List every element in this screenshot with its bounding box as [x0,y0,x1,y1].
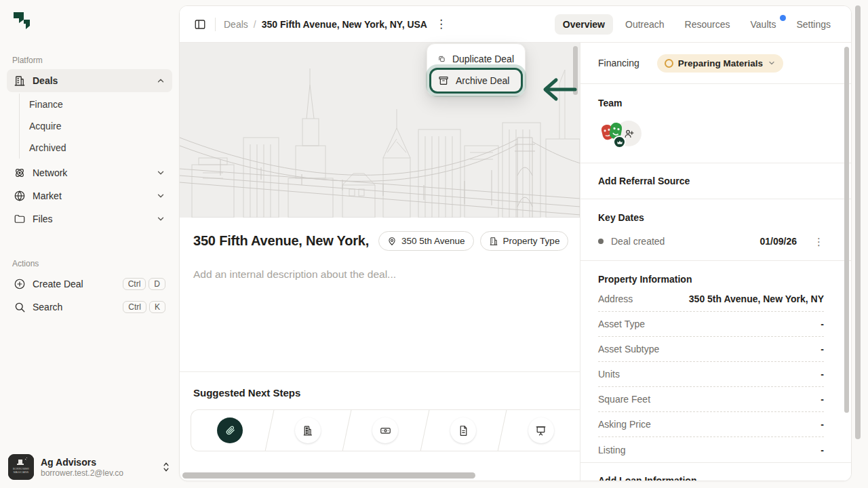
create-deal-label: Create Deal [33,279,116,289]
window-scrollbar[interactable] [855,5,861,439]
kbd-ctrl: Ctrl [123,301,146,313]
owner-crown-badge [613,136,626,148]
deal-context-menu: Duplicate Deal Archive Deal [427,43,526,96]
actions-section-label: Actions [7,255,172,272]
deal-menu-button[interactable]: ⋮ [435,18,447,30]
plus-circle-icon [14,278,26,290]
sidebar-item-label: Market [33,190,149,201]
archive-icon [438,75,449,86]
next-step-property[interactable] [269,410,347,451]
menu-item-duplicate-deal[interactable]: Duplicate Deal [431,48,521,70]
platform-section-label: Platform [7,52,172,69]
key-date-value: 01/09/26 [760,236,797,247]
sidebar-item-label: Deals [33,75,149,86]
key-dates-heading: Key Dates [598,212,824,223]
search-button[interactable]: Search Ctrl K [7,296,172,319]
next-step-financials[interactable] [347,410,425,451]
property-row-square-feet[interactable]: Square Feet - [598,387,824,412]
property-row-address[interactable]: Address 350 5th Avenue, New York, NY [598,287,824,312]
network-icon [14,167,26,179]
svg-text:MAGICIANS: MAGICIANS [14,470,29,474]
team-heading: Team [598,98,824,108]
search-label: Search [33,302,116,312]
annotation-arrow-icon [540,76,578,103]
add-referral-source-button[interactable]: Add Referral Source [580,163,851,199]
sidebar-item-files[interactable]: Files [7,207,172,230]
location-pin-icon [387,237,397,246]
building-icon [302,425,313,436]
key-date-row: Deal created 01/09/26 ⋮ [598,236,824,247]
deal-title: 350 Fifth Avenue, New York, NY, USA [193,233,372,249]
sidebar-item-network[interactable]: Network [7,161,172,184]
property-row-asset-subtype[interactable]: Asset Subtype - [598,337,824,362]
up-down-chevrons-icon [161,462,171,472]
next-step-presentation[interactable] [502,410,580,451]
next-step-documents[interactable] [425,410,502,451]
property-row-asset-type[interactable]: Asset Type - [598,312,824,337]
chevron-down-icon [156,168,165,178]
tab-vaults[interactable]: Vaults [743,14,785,35]
sidebar-item-label: Network [33,167,149,178]
sidebar-item-deals[interactable]: Deals [7,69,172,92]
breadcrumb-separator: / [254,19,256,30]
workspace-switcher[interactable]: BORROWER MAGICIANS Ag Advisors borrower.… [8,454,171,480]
key-date-menu-button[interactable]: ⋮ [814,237,824,247]
deals-sub-list: Finance Acquire Archived [19,94,172,159]
property-type-chip[interactable]: Property Type [480,231,569,251]
financing-status-dropdown[interactable]: Preparing Materials [657,54,783,73]
user-email: borrower.test.2@lev.co [41,468,155,478]
chevron-down-icon [156,191,165,201]
sidebar-subitem-finance[interactable]: Finance [20,94,172,115]
chevron-down-icon [156,214,165,224]
workspace-name: Ag Advisors [41,457,155,468]
address-chip[interactable]: 350 5th Avenue [378,231,474,251]
panel-scrollbar[interactable] [844,47,849,413]
tab-settings[interactable]: Settings [788,14,839,35]
chevron-down-icon [768,59,776,67]
chevron-up-icon [156,76,165,85]
create-deal-button[interactable]: Create Deal Ctrl D [7,272,172,296]
deal-details-panel: Financing Preparing Materials Team [580,43,851,481]
avatar: BORROWER MAGICIANS [8,454,34,480]
panel-left-icon [194,18,206,30]
brand-logo [12,11,172,31]
status-ring-icon [665,59,673,68]
deal-overview-pane: 350 Fifth Avenue, New York, NY, USA 350 … [180,43,580,481]
financing-label: Financing [598,58,639,68]
banknote-icon [380,425,391,436]
main-card: Deals / 350 Fifth Avenue, New York, NY, … [179,5,852,481]
property-row-units[interactable]: Units - [598,362,824,387]
breadcrumb-deals-link[interactable]: Deals [224,19,248,30]
notification-dot [780,15,786,21]
duplicate-icon [438,54,446,64]
kbd-d: D [149,278,165,290]
next-step-attachments[interactable] [191,410,269,451]
globe-icon [14,190,26,202]
property-row-listing[interactable]: Listing - [598,437,824,462]
sidebar-item-label: Files [33,214,149,224]
presentation-icon [535,425,547,436]
horizontal-scrollbar[interactable] [181,472,578,479]
next-steps-heading: Suggested Next Steps [180,372,580,399]
sidebar-subitem-acquire[interactable]: Acquire [20,115,172,137]
search-icon [14,301,26,313]
tab-overview[interactable]: Overview [555,14,613,35]
document-icon [458,425,469,436]
description-input[interactable]: Add an internal description about the de… [180,251,580,371]
key-date-label: Deal created [611,236,753,247]
paperclip-icon [224,425,236,436]
deal-tabs: Overview Outreach Resources Vaults Setti… [555,14,839,35]
property-row-asking-price[interactable]: Asking Price - [598,412,824,437]
next-steps-strip [191,409,580,451]
tab-outreach[interactable]: Outreach [617,14,673,35]
timeline-dot-icon [598,239,604,244]
sidebar-toggle-button[interactable] [191,15,210,34]
building-icon [489,237,498,246]
divider [215,18,216,31]
tab-resources[interactable]: Resources [677,14,738,35]
add-loan-information-button[interactable]: Add Loan Information [580,463,851,481]
sidebar-subitem-archived[interactable]: Archived [20,137,172,159]
folder-icon [14,213,26,225]
menu-item-archive-deal[interactable]: Archive Deal [431,70,521,92]
sidebar-item-market[interactable]: Market [7,184,172,207]
